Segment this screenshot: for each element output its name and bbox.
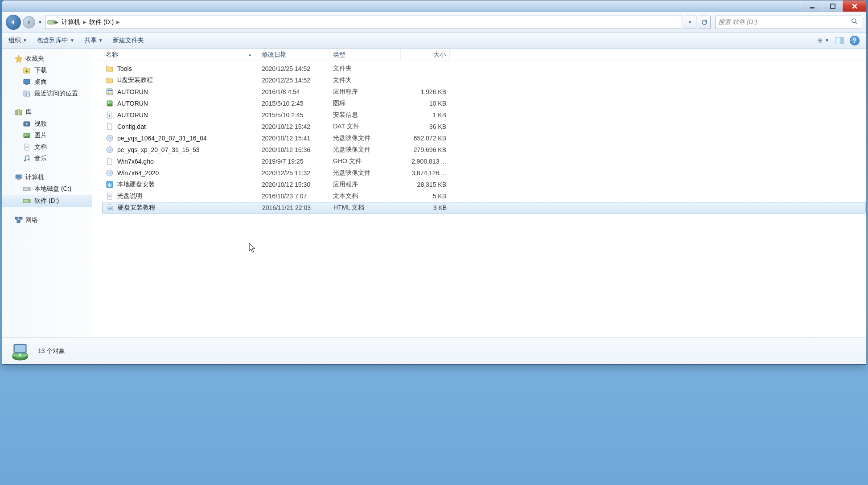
svg-rect-15 (25, 84, 28, 85)
svg-point-40 (111, 93, 112, 94)
address-bar[interactable]: ▶ 计算机 ▶ 软件 (D:) ▶ (45, 16, 682, 29)
file-type: 文本文档 (329, 192, 401, 200)
file-type: GHO 文件 (329, 157, 401, 165)
sidebar-favorites-header[interactable]: 收藏夹 (2, 53, 92, 65)
file-size: 10 KB (401, 100, 450, 107)
file-name: pe_yqs_xp_20_07_31_15_53 (117, 146, 200, 153)
file-name: 本地硬盘安装 (117, 181, 155, 189)
breadcrumb-drive[interactable]: 软件 (D:) (86, 18, 116, 26)
search-placeholder: 搜索 软件 (D:) (718, 18, 757, 26)
maximize-button[interactable] (822, 0, 843, 12)
close-button[interactable] (843, 0, 866, 12)
file-name: AUTORUN (117, 88, 148, 95)
sidebar-computer-header[interactable]: 计算机 (2, 172, 92, 183)
svg-rect-1 (831, 4, 835, 8)
breadcrumb-computer[interactable]: 计算机 (59, 18, 83, 26)
file-row[interactable]: pe_yqs_xp_20_07_31_15_532020/10/12 15:36… (102, 144, 866, 156)
file-size: 652,072 KB (401, 135, 450, 142)
breadcrumb-separator[interactable]: ▶ (83, 20, 86, 25)
library-icon (15, 108, 23, 116)
help-button[interactable]: ? (850, 36, 860, 45)
svg-point-24 (28, 159, 30, 160)
sidebar-item-pictures[interactable]: 图片 (2, 130, 92, 141)
sidebar-libraries-label: 库 (25, 108, 32, 116)
address-dropdown-button[interactable]: ▾ (684, 16, 696, 29)
file-type: HTML 文档 (330, 204, 401, 212)
minimize-button[interactable] (802, 0, 822, 12)
file-row[interactable]: 本地硬盘安装2020/10/12 15:30应用程序28,315 KB (102, 179, 866, 190)
back-button[interactable] (6, 15, 21, 30)
preview-pane-button[interactable] (834, 35, 845, 46)
column-header-name[interactable]: 名称▲ (102, 49, 258, 61)
include-in-library-menu[interactable]: 包含到库中▼ (37, 37, 74, 45)
file-date: 2016/1/8 4:54 (258, 88, 329, 95)
svg-rect-14 (24, 79, 30, 84)
file-row[interactable]: Config.dat2020/10/12 15:42DAT 文件36 KB (102, 121, 866, 132)
sidebar-network-header[interactable]: 网络 (2, 214, 92, 226)
file-name: AUTORUN (117, 111, 148, 119)
file-date: 2020/10/12 15:36 (258, 146, 329, 153)
file-size: 1 KB (401, 111, 450, 119)
breadcrumb-separator[interactable]: ▶ (116, 20, 120, 25)
file-row[interactable]: U盘安装教程2020/12/25 14:52文件夹 (102, 74, 866, 86)
ico-icon (106, 99, 114, 107)
breadcrumb-separator[interactable]: ▶ (55, 20, 59, 25)
file-name: Config.dat (117, 123, 146, 130)
svg-rect-8 (818, 40, 819, 41)
sidebar-item-music[interactable]: 音乐 (2, 153, 92, 164)
videos-icon (23, 120, 31, 128)
file-name: Tools (117, 65, 132, 72)
file-type: 安装信息 (329, 111, 401, 119)
column-header-type[interactable]: 类型 (329, 49, 401, 61)
file-row[interactable]: AUTORUN2015/5/10 2:45图标10 KB (102, 98, 866, 109)
sidebar-item-videos[interactable]: 视频 (2, 118, 92, 130)
explorer-body: 收藏夹 下载 桌面 最近访问的位置 库 视频 图片 文档 音乐 计算机 (2, 49, 866, 337)
file-size: 279,696 KB (401, 146, 450, 153)
refresh-button[interactable] (698, 16, 711, 29)
organize-menu[interactable]: 组织▼ (8, 37, 27, 45)
chevron-down-icon: ▼ (70, 38, 74, 43)
sidebar-network-group: 网络 (2, 214, 92, 226)
svg-rect-29 (16, 180, 21, 180)
file-row[interactable]: Win7x64_20202020/12/25 11:32光盘映像文件3,874,… (102, 167, 866, 179)
file-row[interactable]: AUTORUN2015/5/10 2:45安装信息1 KB (102, 109, 866, 121)
svg-rect-44 (109, 115, 110, 117)
share-menu[interactable]: 共享▼ (84, 37, 103, 45)
nav-history-dropdown[interactable]: ▼ (37, 15, 43, 30)
html-icon (106, 204, 114, 212)
file-row[interactable]: pe_yqs_1064_20_07_31_16_042020/10/12 15:… (102, 132, 866, 144)
svg-rect-19 (20, 111, 22, 115)
sidebar-item-drive-d[interactable]: 软件 (D:) (2, 195, 92, 207)
chevron-down-icon: ▼ (38, 20, 42, 25)
file-name: 光盘说明 (117, 192, 142, 200)
search-icon (851, 18, 858, 26)
chevron-down-icon: ▼ (99, 38, 103, 43)
view-mode-button[interactable]: ▼ (818, 35, 829, 46)
file-row[interactable]: 硬盘安装教程2016/11/21 22:03HTML 文档3 KB (102, 202, 866, 214)
file-row[interactable]: AUTORUN2016/1/8 4:54应用程序1,926 KB (102, 86, 866, 98)
include-label: 包含到库中 (37, 37, 68, 45)
sidebar-item-downloads[interactable]: 下载 (2, 65, 92, 76)
new-folder-button[interactable]: 新建文件夹 (113, 37, 144, 45)
file-row[interactable]: Win7x64.gho2019/9/7 19:25GHO 文件2,900,813… (102, 156, 866, 167)
forward-arrow-icon (26, 20, 32, 25)
app-icon (106, 181, 114, 189)
column-header-date[interactable]: 修改日期 (258, 49, 329, 61)
star-icon (15, 55, 23, 63)
svg-point-22 (25, 135, 26, 136)
file-row[interactable]: 光盘说明2016/10/23 7:07文本文档5 KB (102, 190, 866, 202)
forward-button[interactable] (23, 16, 35, 29)
chevron-down-icon: ▼ (23, 38, 27, 43)
search-input[interactable]: 搜索 软件 (D:) (715, 16, 862, 29)
sidebar-libraries-header[interactable]: 库 (2, 107, 92, 118)
file-row[interactable]: Tools2020/12/25 14:52文件夹 (102, 63, 866, 74)
column-header-size[interactable]: 大小 (401, 49, 450, 61)
sidebar-item-desktop[interactable]: 桌面 (2, 76, 92, 88)
sidebar-item-documents[interactable]: 文档 (2, 141, 92, 153)
file-list[interactable]: Tools2020/12/25 14:52文件夹U盘安装教程2020/12/25… (92, 61, 866, 337)
drive-icon (23, 197, 31, 205)
sidebar-item-recent[interactable]: 最近访问的位置 (2, 88, 92, 99)
sidebar-item-drive-c[interactable]: 本地磁盘 (C:) (2, 183, 92, 195)
svg-point-39 (108, 93, 109, 94)
explorer-window: ▼ ▶ 计算机 ▶ 软件 (D:) ▶ ▾ 搜索 软件 (D:) 组织▼ 包含到… (2, 0, 866, 365)
